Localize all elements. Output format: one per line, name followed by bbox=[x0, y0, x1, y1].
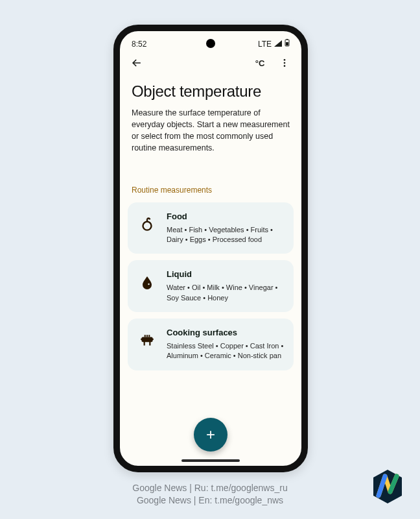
overflow-menu-button[interactable] bbox=[277, 55, 292, 71]
source-caption: Google News | Ru: t.me/googlenws_ru Goog… bbox=[0, 482, 420, 507]
signal-icon bbox=[274, 40, 282, 48]
battery-icon bbox=[285, 39, 290, 49]
svg-rect-1 bbox=[286, 39, 288, 40]
caption-line: Google News | Ru: t.me/googlenws_ru bbox=[0, 482, 420, 495]
svg-rect-8 bbox=[142, 338, 152, 341]
card-title: Cooking surfaces bbox=[167, 328, 286, 337]
back-button[interactable] bbox=[129, 55, 145, 71]
svg-point-5 bbox=[284, 65, 286, 67]
grill-icon bbox=[135, 329, 159, 352]
unit-toggle-button[interactable]: °C bbox=[252, 55, 268, 71]
card-liquid[interactable]: Liquid Water • Oil • Milk • Wine • Vineg… bbox=[128, 260, 294, 312]
page-title: Object temperature bbox=[120, 73, 301, 107]
network-label: LTE bbox=[258, 40, 272, 49]
section-label-routine: Routine measurements bbox=[120, 154, 301, 202]
card-subtitle: Water • Oil • Milk • Wine • Vinegar • So… bbox=[167, 283, 286, 303]
front-camera-dot bbox=[206, 39, 215, 48]
clock: 8:52 bbox=[132, 40, 146, 49]
svg-point-4 bbox=[284, 62, 286, 64]
page-description: Measure the surface temperature of every… bbox=[120, 107, 301, 154]
svg-point-7 bbox=[148, 284, 149, 285]
card-cooking-surfaces[interactable]: Cooking surfaces Stainless Steel • Coppe… bbox=[128, 319, 294, 370]
card-title: Liquid bbox=[167, 269, 286, 279]
app-bar: °C bbox=[120, 51, 301, 73]
gesture-bar bbox=[181, 459, 240, 462]
watermark-logo bbox=[369, 468, 406, 505]
svg-rect-2 bbox=[286, 42, 288, 45]
card-subtitle: Stainless Steel • Copper • Cast Iron • A… bbox=[167, 341, 286, 361]
svg-point-6 bbox=[143, 221, 152, 230]
caption-line: Google News | En: t.me/google_nws bbox=[0, 494, 420, 507]
liquid-icon bbox=[135, 271, 159, 294]
card-title: Food bbox=[167, 211, 286, 221]
add-measurement-fab[interactable]: + bbox=[194, 418, 228, 452]
card-subtitle: Meat • Fish • Vegetables • Fruits • Dair… bbox=[167, 225, 286, 245]
plus-icon: + bbox=[206, 426, 215, 444]
card-food[interactable]: Food Meat • Fish • Vegetables • Fruits •… bbox=[128, 202, 294, 254]
svg-point-3 bbox=[284, 59, 286, 61]
phone-frame: 8:52 LTE °C Object temperature Measure t… bbox=[113, 25, 308, 472]
food-icon bbox=[135, 213, 159, 236]
card-list: Food Meat • Fish • Vegetables • Fruits •… bbox=[120, 202, 301, 370]
